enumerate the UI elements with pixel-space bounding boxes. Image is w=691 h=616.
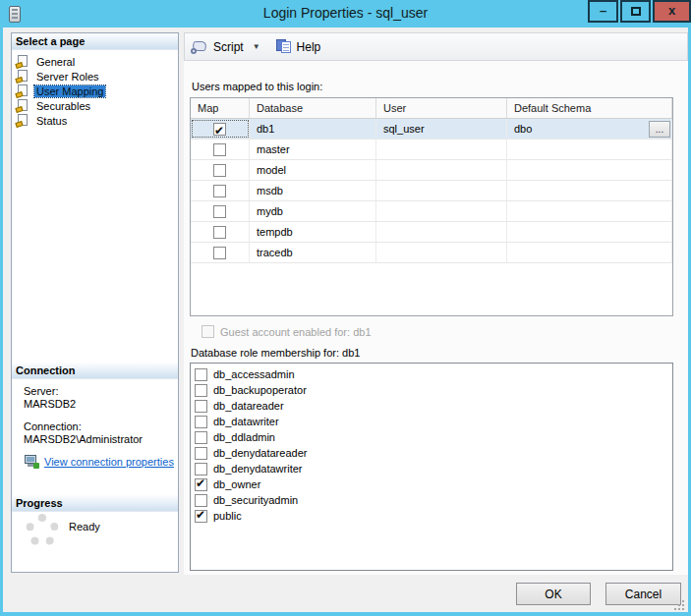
- role-checkbox[interactable]: [195, 416, 207, 428]
- role-checkbox[interactable]: [195, 431, 207, 444]
- user-cell[interactable]: [376, 160, 507, 180]
- role-membership-label: Database role membership for: db1: [191, 347, 360, 359]
- maximize-button[interactable]: [620, 0, 651, 23]
- role-label: db_datawriter: [213, 416, 279, 427]
- map-checkbox[interactable]: [213, 226, 226, 239]
- database-cell[interactable]: tempdb: [250, 222, 376, 242]
- role-label: db_accessadmin: [213, 368, 295, 380]
- view-connection-properties-link[interactable]: View connection properties: [44, 456, 174, 468]
- progress-header: Progress: [12, 495, 178, 512]
- database-cell[interactable]: mydb: [250, 201, 376, 221]
- toolbar: Script ▼ Help: [184, 32, 688, 61]
- table-row[interactable]: model ...: [191, 160, 672, 181]
- role-checkbox[interactable]: [195, 463, 207, 476]
- map-checkbox[interactable]: [213, 205, 226, 218]
- database-cell[interactable]: master: [250, 140, 376, 159]
- close-button[interactable]: x: [653, 0, 691, 23]
- role-item[interactable]: db_denydatareader: [195, 445, 672, 461]
- role-item[interactable]: db_datareader: [195, 398, 672, 414]
- role-label: db_backupoperator: [213, 384, 307, 396]
- browse-schema-button[interactable]: ...: [649, 121, 670, 138]
- default-schema-cell[interactable]: dbo: [507, 119, 672, 139]
- user-cell[interactable]: [376, 243, 507, 262]
- minimize-button[interactable]: –: [588, 0, 618, 23]
- script-icon: [191, 39, 208, 54]
- role-label: db_ddladmin: [213, 431, 275, 443]
- default-schema-cell[interactable]: [507, 243, 672, 262]
- role-checkbox[interactable]: [195, 510, 207, 523]
- database-cell[interactable]: model: [250, 160, 376, 180]
- database-cell[interactable]: db1: [250, 119, 376, 139]
- map-checkbox[interactable]: [213, 185, 226, 197]
- sidebar: Select a page General Server Roles User …: [11, 32, 179, 573]
- resize-grip[interactable]: [672, 598, 684, 610]
- role-item[interactable]: db_owner: [195, 476, 672, 492]
- table-row[interactable]: mydb ...: [191, 201, 672, 222]
- minimize-icon: –: [600, 3, 606, 18]
- role-label: db_datareader: [213, 400, 284, 412]
- user-cell[interactable]: [376, 201, 507, 221]
- guest-account-checkbox: [202, 325, 214, 338]
- role-label: db_denydatareader: [213, 447, 307, 459]
- map-checkbox[interactable]: [213, 247, 226, 259]
- cancel-button[interactable]: Cancel: [605, 583, 681, 605]
- guest-account-row: Guest account enabled for: db1: [202, 325, 372, 338]
- guest-account-label: Guest account enabled for: db1: [220, 326, 372, 338]
- table-row[interactable]: db1 sql_user dbo ...: [191, 119, 672, 140]
- sidebar-page-item[interactable]: Status: [14, 113, 176, 128]
- default-schema-cell[interactable]: [507, 222, 672, 242]
- default-schema-cell[interactable]: [507, 181, 672, 200]
- column-header-map: Map: [191, 98, 250, 118]
- table-header: Map Database User Default Schema: [191, 98, 672, 119]
- role-label: db_denydatawriter: [213, 463, 303, 475]
- sidebar-page-item-label: User Mapping: [34, 85, 105, 97]
- role-item[interactable]: db_securityadmin: [195, 492, 672, 508]
- role-item[interactable]: db_ddladmin: [195, 429, 672, 445]
- server-label: Server:: [24, 385, 171, 397]
- help-button[interactable]: Help: [270, 35, 327, 58]
- database-cell[interactable]: msdb: [250, 181, 376, 200]
- select-a-page-header: Select a page: [12, 33, 178, 50]
- default-schema-cell[interactable]: [507, 140, 672, 159]
- sidebar-page-item[interactable]: General: [14, 54, 176, 69]
- page-icon: [16, 70, 29, 83]
- role-label: db_owner: [213, 478, 260, 490]
- role-item[interactable]: public: [195, 508, 672, 524]
- map-checkbox[interactable]: [213, 123, 226, 136]
- map-checkbox[interactable]: [213, 164, 226, 177]
- role-checkbox[interactable]: [195, 400, 207, 413]
- default-schema-cell[interactable]: [507, 201, 672, 221]
- connection-label: Connection:: [24, 420, 171, 432]
- role-item[interactable]: db_accessadmin: [195, 366, 672, 382]
- role-checkbox[interactable]: [195, 447, 207, 460]
- server-value: MARSDB2: [24, 398, 171, 410]
- sidebar-page-item[interactable]: User Mapping: [14, 84, 176, 98]
- user-cell[interactable]: [376, 181, 507, 200]
- user-cell[interactable]: sql_user: [376, 119, 507, 139]
- sidebar-page-item[interactable]: Server Roles: [14, 69, 176, 84]
- role-item[interactable]: db_datawriter: [195, 414, 672, 429]
- connection-section: Server: MARSDB2 Connection: MARSDB2\Admi…: [24, 385, 171, 469]
- role-checkbox[interactable]: [195, 494, 207, 507]
- column-header-user: User: [376, 98, 507, 118]
- page-list: General Server Roles User Mapping Secura…: [14, 54, 176, 128]
- chevron-down-icon: ▼: [249, 42, 264, 51]
- role-checkbox[interactable]: [195, 368, 207, 381]
- default-schema-cell[interactable]: [507, 160, 672, 180]
- user-cell[interactable]: [376, 222, 507, 242]
- ok-button[interactable]: OK: [516, 583, 591, 605]
- role-checkbox[interactable]: [195, 478, 207, 491]
- role-item[interactable]: db_backupoperator: [195, 382, 672, 398]
- database-cell[interactable]: tracedb: [250, 243, 376, 262]
- script-button[interactable]: Script ▼: [185, 35, 270, 58]
- user-cell[interactable]: [376, 140, 507, 159]
- table-row[interactable]: tracedb ...: [191, 243, 672, 263]
- titlebar[interactable]: Login Properties - sql_user – x: [0, 0, 691, 28]
- role-checkbox[interactable]: [195, 384, 207, 397]
- table-row[interactable]: msdb ...: [191, 181, 672, 201]
- map-checkbox[interactable]: [213, 143, 226, 156]
- sidebar-page-item[interactable]: Securables: [14, 98, 176, 113]
- table-row[interactable]: tempdb ...: [191, 222, 672, 243]
- role-item[interactable]: db_denydatawriter: [195, 461, 672, 476]
- table-row[interactable]: master ...: [191, 140, 672, 160]
